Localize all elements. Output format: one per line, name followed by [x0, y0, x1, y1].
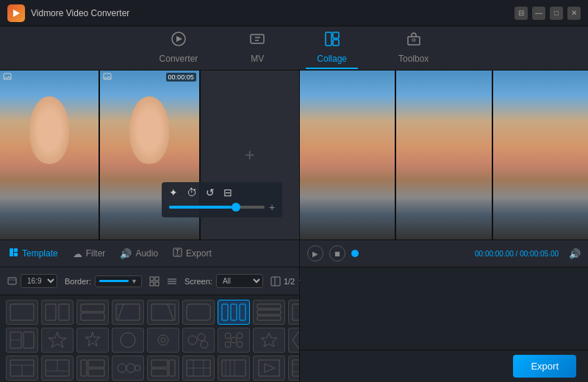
collage-cell-3[interactable] [493, 71, 588, 239]
export-button[interactable]: Export [513, 355, 576, 378]
template-3circles[interactable] [182, 328, 215, 353]
template-banner-l[interactable] [6, 328, 38, 353]
minimize-btn[interactable]: — [532, 7, 545, 20]
svg-rect-4 [326, 32, 331, 46]
svg-rect-32 [116, 304, 140, 320]
export-nav-icon [173, 248, 182, 259]
template-r3-3[interactable] [76, 356, 109, 381]
stop-button[interactable]: ⏹ [329, 245, 345, 262]
screen-select[interactable]: All Half Quarter [216, 274, 263, 288]
collage-cell-2[interactable] [396, 71, 491, 239]
svg-point-99 [118, 364, 126, 372]
svg-rect-104 [169, 360, 175, 376]
template-r3-7[interactable] [218, 356, 250, 381]
close-btn[interactable]: ✕ [567, 7, 581, 20]
sub-tab-template[interactable]: Template [7, 245, 60, 262]
template-star[interactable] [41, 328, 74, 353]
player-time: 00:00:00.00 / 00:00:05.00 [475, 250, 559, 258]
slider-plus[interactable]: + [269, 201, 275, 213]
collage-preview-area [300, 71, 588, 239]
svg-rect-42 [257, 316, 281, 320]
aspect-ratio-select[interactable]: 16:9 4:3 1:1 9:16 [21, 274, 57, 288]
svg-rect-40 [257, 304, 281, 309]
template-flower[interactable] [218, 328, 250, 353]
template-2row[interactable] [76, 300, 109, 325]
slider-track[interactable] [169, 206, 265, 209]
sub-tab-audio[interactable]: 🔊 Audio [118, 245, 159, 262]
star-icon[interactable]: ✦ [169, 187, 178, 198]
template-r3-9[interactable] [288, 356, 299, 381]
layout-icon[interactable]: ⊟ [223, 187, 232, 198]
template-r3-2[interactable] [41, 356, 74, 381]
volume-icon[interactable]: 🔊 [569, 248, 581, 259]
clock-icon[interactable]: ⏱ [187, 187, 197, 198]
svg-rect-16 [8, 278, 16, 284]
svg-line-35 [168, 304, 173, 320]
sub-tab-export[interactable]: Export [171, 245, 213, 262]
template-1l-2r[interactable] [288, 300, 299, 325]
template-3row[interactable] [253, 300, 285, 325]
border-chevron: ▼ [131, 278, 137, 285]
video-area: 00:00:05 + ✦ ⏱ ↺ ⊟ [0, 71, 299, 239]
maximize-btn[interactable]: □ [550, 7, 563, 20]
player-controls: ▶ ⏹ 00:00:00.00 / 00:00:05.00 🔊 [300, 239, 588, 267]
svg-rect-39 [240, 304, 245, 320]
screen-item: Screen: All Half Quarter [184, 274, 263, 288]
svg-rect-97 [88, 360, 104, 367]
cell-icon-2 [103, 73, 112, 83]
converter-icon [171, 31, 187, 51]
video-cell-1[interactable] [0, 71, 98, 239]
svg-point-64 [201, 341, 208, 348]
svg-rect-34 [151, 304, 175, 320]
tab-collage[interactable]: Collage [306, 27, 358, 69]
svg-rect-36 [187, 304, 210, 320]
template-rounded[interactable] [182, 300, 215, 325]
main-content: 00:00:05 + ✦ ⏱ ↺ ⊟ [0, 71, 588, 382]
template-3col[interactable] [218, 300, 250, 325]
collage-cell-1[interactable] [300, 71, 395, 239]
svg-rect-12 [14, 248, 18, 252]
template-star2[interactable] [76, 328, 109, 353]
svg-point-60 [158, 335, 168, 345]
tab-mv-label: MV [251, 54, 264, 64]
rotate-icon[interactable]: ↺ [206, 187, 215, 198]
tab-toolbox[interactable]: Toolbox [387, 27, 440, 69]
lines-icon-item [167, 276, 177, 286]
page-label: 1/2 [284, 277, 295, 286]
border-color-picker[interactable]: ▼ [95, 275, 142, 287]
template-diag-l[interactable] [112, 300, 144, 325]
template-r3-6[interactable] [182, 356, 215, 381]
collage-thumb-3 [493, 71, 588, 239]
svg-point-63 [198, 334, 205, 341]
tab-converter[interactable]: Converter [148, 27, 209, 69]
template-gear[interactable] [147, 328, 179, 353]
toolbox-icon [406, 31, 422, 51]
svg-rect-96 [81, 360, 87, 376]
template-circle[interactable] [112, 328, 144, 353]
template-r3-1[interactable] [6, 356, 38, 381]
collage-thumb-1 [300, 71, 395, 239]
svg-point-65 [231, 337, 237, 343]
svg-rect-20 [150, 282, 154, 286]
svg-rect-18 [150, 277, 154, 281]
tab-mv[interactable]: MV [238, 27, 276, 69]
svg-line-33 [118, 304, 123, 320]
svg-marker-113 [259, 360, 279, 376]
play-button[interactable]: ▶ [307, 245, 323, 262]
slider-thumb[interactable] [232, 203, 240, 212]
template-play[interactable] [253, 356, 285, 381]
sub-tab-filter[interactable]: ☁ Filter [71, 245, 107, 262]
template-r3-4[interactable] [112, 356, 144, 381]
cell-icon-1 [3, 73, 12, 83]
svg-rect-41 [257, 310, 281, 314]
filter-label: Filter [86, 248, 106, 259]
message-btn[interactable]: ⊟ [514, 7, 528, 20]
svg-point-59 [121, 333, 135, 347]
template-single[interactable] [6, 300, 38, 325]
template-diag-r[interactable] [147, 300, 179, 325]
template-2col[interactable] [41, 300, 74, 325]
template-r3-5[interactable] [147, 356, 179, 381]
template-arrow-l[interactable] [288, 328, 299, 353]
svg-point-66 [225, 333, 231, 339]
template-star3[interactable] [253, 328, 285, 353]
